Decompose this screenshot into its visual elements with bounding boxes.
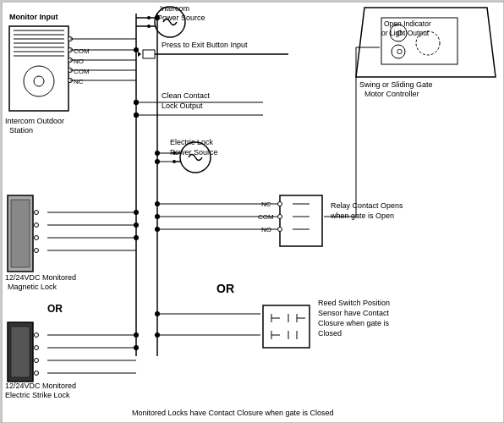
svg-point-94 <box>134 222 139 228</box>
svg-point-54 <box>278 215 282 219</box>
svg-text:Electric Lock: Electric Lock <box>170 138 214 146</box>
svg-text:Swing or Sliding Gate: Swing or Sliding Gate <box>359 80 433 89</box>
svg-text:Open Indicator: Open Indicator <box>384 19 431 28</box>
svg-rect-49 <box>280 195 322 246</box>
svg-text:Power Source: Power Source <box>157 14 205 22</box>
svg-point-53 <box>278 202 282 206</box>
svg-text:Monitored Locks have Contact C: Monitored Locks have Contact Closure whe… <box>132 409 334 417</box>
svg-point-82 <box>35 223 39 228</box>
svg-text:Electric Strike Lock: Electric Strike Lock <box>5 391 70 399</box>
svg-text:OR: OR <box>216 282 234 295</box>
svg-point-62 <box>155 201 160 206</box>
svg-point-64 <box>155 227 160 232</box>
svg-text:or Light Output: or Light Output <box>381 29 430 37</box>
svg-rect-80 <box>11 200 30 267</box>
svg-text:Intercom Outdoor: Intercom Outdoor <box>5 117 64 125</box>
svg-point-95 <box>134 235 139 240</box>
svg-text:Clean Contact: Clean Contact <box>162 91 211 100</box>
svg-point-84 <box>35 249 39 253</box>
svg-text:when gate is Open: when gate is Open <box>330 212 394 220</box>
svg-point-93 <box>134 210 139 215</box>
svg-text:NO: NO <box>74 58 84 65</box>
svg-point-110 <box>134 332 139 338</box>
svg-text:OR: OR <box>47 303 63 315</box>
svg-text:12/24VDC Monitored: 12/24VDC Monitored <box>5 382 76 390</box>
svg-point-99 <box>35 346 39 350</box>
svg-point-55 <box>278 228 282 232</box>
svg-text:Reed Switch Position: Reed Switch Position <box>318 299 390 307</box>
svg-text:12/24VDC Monitored: 12/24VDC Monitored <box>5 273 76 282</box>
svg-text:Power Source: Power Source <box>170 148 218 157</box>
svg-point-148 <box>134 47 139 52</box>
svg-point-152 <box>134 113 139 118</box>
svg-point-150 <box>155 151 160 156</box>
svg-point-111 <box>134 345 139 350</box>
svg-point-101 <box>35 371 39 376</box>
svg-point-149 <box>155 15 160 20</box>
svg-point-151 <box>155 159 160 164</box>
svg-text:Closure when gate is: Closure when gate is <box>318 319 390 327</box>
svg-text:Intercom: Intercom <box>160 4 189 13</box>
svg-text:Magnetic Lock: Magnetic Lock <box>8 283 58 291</box>
svg-text:Lock Output: Lock Output <box>162 102 203 110</box>
svg-point-78 <box>155 332 160 338</box>
svg-point-81 <box>35 211 39 215</box>
svg-point-77 <box>155 311 160 316</box>
svg-text:Sensor have Contact: Sensor have Contact <box>318 309 390 317</box>
svg-text:COM: COM <box>74 47 90 55</box>
svg-point-98 <box>35 333 39 338</box>
svg-point-100 <box>35 359 39 363</box>
svg-text:O: O <box>397 47 403 56</box>
svg-text:NC: NC <box>74 78 84 85</box>
wiring-diagram: COM NO COM NC <box>0 0 504 423</box>
svg-text:Relay Contact Opens: Relay Contact Opens <box>331 201 403 210</box>
svg-point-83 <box>35 236 39 240</box>
svg-text:Monitor Input: Monitor Input <box>9 13 58 21</box>
svg-point-153 <box>134 100 139 105</box>
svg-text:Station: Station <box>9 126 33 135</box>
svg-point-63 <box>155 214 160 219</box>
svg-rect-25 <box>143 50 155 58</box>
svg-rect-65 <box>263 305 310 348</box>
svg-rect-97 <box>11 327 30 377</box>
svg-text:Motor Controller: Motor Controller <box>364 90 419 98</box>
svg-text:COM: COM <box>74 68 90 75</box>
svg-text:Press to Exit Button Input: Press to Exit Button Input <box>162 41 248 49</box>
svg-text:Closed: Closed <box>318 329 342 338</box>
svg-point-10 <box>34 76 44 86</box>
